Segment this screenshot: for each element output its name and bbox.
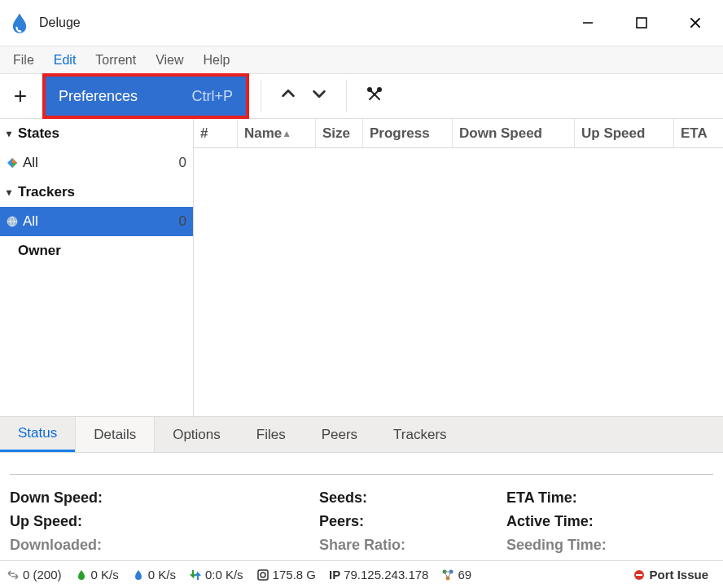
chevron-up-icon (279, 86, 297, 107)
preferences-menu-item[interactable]: Preferences Ctrl+P (46, 77, 246, 116)
svg-marker-9 (12, 158, 17, 163)
column-eta[interactable]: ETA (674, 119, 723, 147)
label-seeding-time: Seeding Time: (506, 537, 713, 554)
toolbar: + Preferences Ctrl+P (0, 73, 723, 119)
detail-tabs: Status Details Options Files Peers Track… (0, 416, 723, 452)
svg-rect-18 (636, 574, 642, 576)
preferences-highlight: Preferences Ctrl+P (42, 73, 249, 119)
menu-torrent[interactable]: Torrent (85, 46, 146, 73)
label-peers: Peers: (319, 513, 506, 530)
torrent-list-panel: # Name Size Progress Down Speed Up Speed… (194, 119, 723, 416)
status-ip[interactable]: IP 79.125.243.178 (329, 568, 428, 581)
menu-view[interactable]: View (146, 46, 193, 73)
sidebar: ▾ States All 0 ▾ Trackers All 0 ▾ Owner (0, 119, 194, 416)
status-disk[interactable]: 175.8 G (256, 568, 316, 581)
column-name[interactable]: Name (238, 119, 316, 147)
status-bar: 0 (200) 0 K/s 0 K/s 0:0 K/s 175.8 G IP 7… (0, 560, 723, 588)
tab-peers[interactable]: Peers (304, 417, 375, 452)
column-number[interactable]: # (194, 119, 238, 147)
label-up-speed: Up Speed: (10, 513, 319, 530)
status-connections[interactable]: 0 (200) (7, 568, 62, 581)
status-down-rate[interactable]: 0 K/s (75, 568, 119, 581)
svg-point-7 (378, 88, 381, 91)
globe-icon (5, 214, 20, 229)
add-torrent-button[interactable]: + (0, 83, 41, 109)
column-size[interactable]: Size (316, 119, 363, 147)
tools-icon (365, 86, 384, 106)
sidebar-group-trackers[interactable]: ▾ Trackers (0, 178, 193, 207)
menu-bar: File Edit Torrent View Help (0, 46, 723, 73)
status-up-rate[interactable]: 0 K/s (132, 568, 176, 581)
dht-icon (441, 568, 454, 581)
label-share-ratio: Share Ratio: (319, 537, 506, 554)
label-seeds: Seeds: (319, 489, 506, 507)
deluge-logo-icon (8, 11, 31, 34)
maximize-button[interactable] (630, 11, 653, 34)
disk-icon (256, 568, 269, 581)
tab-status[interactable]: Status (0, 417, 75, 452)
status-dht[interactable]: 69 (441, 568, 471, 581)
menu-file[interactable]: File (3, 46, 44, 73)
all-states-icon (5, 156, 20, 170)
label-eta-time: ETA Time: (506, 489, 713, 507)
plus-icon: + (14, 83, 27, 108)
caret-down-icon: ▾ (7, 128, 18, 139)
label-down-speed: Down Speed: (10, 489, 319, 507)
column-headers: # Name Size Progress Down Speed Up Speed… (194, 119, 723, 148)
port-issue-icon (633, 568, 646, 581)
toolbar-separator (261, 80, 261, 112)
svg-rect-12 (258, 570, 268, 580)
sidebar-item-states-all[interactable]: All 0 (0, 148, 193, 178)
protocol-icon (189, 568, 202, 581)
sidebar-group-states[interactable]: ▾ States (0, 119, 193, 148)
svg-marker-10 (12, 163, 17, 168)
column-down-speed[interactable]: Down Speed (453, 119, 575, 147)
label-active-time: Active Time: (506, 513, 713, 530)
minimize-button[interactable] (576, 11, 599, 34)
caret-down-icon: ▾ (7, 186, 18, 198)
title-bar: Deluge (0, 0, 723, 46)
preferences-button[interactable] (358, 86, 391, 106)
column-progress[interactable]: Progress (363, 119, 453, 147)
svg-rect-1 (637, 18, 646, 28)
column-up-speed[interactable]: Up Speed (575, 119, 674, 147)
tab-details[interactable]: Details (75, 417, 155, 452)
status-detail-panel: Down Speed: Seeds: ETA Time: Up Speed: P… (0, 452, 723, 560)
preferences-shortcut: Ctrl+P (191, 88, 233, 105)
toolbar-separator (346, 80, 347, 112)
chevron-down-icon (310, 86, 328, 107)
connections-icon (7, 568, 20, 581)
preferences-label: Preferences (59, 88, 138, 105)
tab-files[interactable]: Files (239, 417, 304, 452)
svg-point-13 (261, 573, 265, 577)
up-rate-icon (132, 568, 145, 581)
status-port-issue[interactable]: Port Issue (633, 568, 708, 581)
close-button[interactable] (684, 11, 707, 34)
window-title: Deluge (39, 15, 576, 30)
queue-up-button[interactable] (273, 85, 304, 108)
sidebar-item-trackers-all[interactable]: All 0 (0, 207, 193, 236)
ip-label: IP (329, 568, 340, 581)
menu-help[interactable]: Help (194, 46, 240, 73)
queue-down-button[interactable] (304, 85, 335, 108)
label-downloaded: Downloaded: (10, 537, 319, 554)
torrent-list-empty (194, 148, 723, 416)
menu-edit[interactable]: Edit (44, 46, 86, 73)
sidebar-group-owner[interactable]: ▾ Owner (0, 236, 193, 265)
down-rate-icon (75, 568, 88, 581)
tab-options[interactable]: Options (155, 417, 239, 452)
tab-trackers[interactable]: Trackers (375, 417, 465, 452)
svg-point-6 (368, 88, 371, 91)
status-protocol-rate[interactable]: 0:0 K/s (189, 568, 243, 581)
